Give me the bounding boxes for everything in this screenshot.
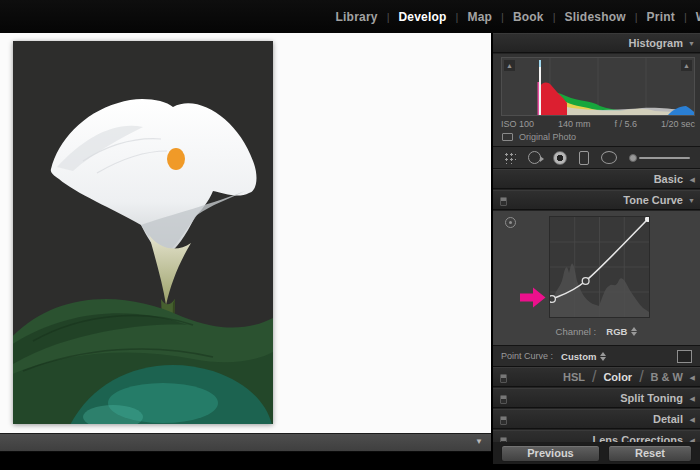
detail-title: Detail [653, 413, 683, 425]
point-curve-dropdown-icon [600, 352, 606, 361]
crop-overlay-icon[interactable] [503, 151, 516, 164]
graduated-filter-icon[interactable] [579, 151, 589, 165]
radial-filter-icon[interactable] [601, 151, 617, 164]
exif-readout: ISO 100 140 mm f / 5.6 1/20 sec [501, 119, 695, 129]
module-map[interactable]: Map [467, 10, 492, 24]
module-book[interactable]: Book [513, 10, 544, 24]
hsl-segments: HSL / Color / B & W [563, 368, 683, 386]
hsl-separator: / [639, 368, 643, 386]
channel-row: Channel : RGB [493, 326, 700, 337]
histogram-plot[interactable]: ▲ ▲ [501, 57, 695, 116]
panel-header-hsl-color-bw[interactable]: HSL / Color / B & W ◀ [493, 367, 700, 387]
point-curve-select[interactable]: Custom [561, 351, 606, 362]
canvas-toolbar: ▼ [0, 433, 491, 452]
basic-title: Basic [654, 173, 683, 185]
panel-header-basic[interactable]: Basic ◀ [493, 169, 700, 189]
tone-curve-panel: Channel : RGB [493, 211, 700, 346]
split-toning-title: Split Toning [620, 392, 683, 404]
menu-separator: | [553, 11, 556, 23]
panel-header-detail[interactable]: Detail ◀ [493, 409, 700, 429]
module-print[interactable]: Print [647, 10, 675, 24]
point-curve-label: Point Curve : [501, 351, 553, 361]
curve-point-shadows[interactable] [550, 296, 555, 303]
toolbar-chevron-down-icon[interactable]: ▼ [475, 437, 483, 446]
point-curve-value: Custom [561, 351, 596, 362]
exif-shutter: 1/20 sec [661, 119, 695, 129]
target-adjustment-icon[interactable] [505, 217, 516, 228]
exif-focal-length: 140 mm [558, 119, 591, 129]
menu-separator: | [501, 11, 504, 23]
hsl-collapse-icon[interactable]: ◀ [690, 374, 695, 382]
module-menu: Library | Develop | Map | Book | Slidesh… [336, 0, 700, 33]
curve-point-highlights[interactable] [645, 217, 649, 222]
annotation-arrow [520, 287, 546, 308]
basic-collapse-icon[interactable]: ◀ [690, 176, 695, 184]
shadow-clipping-indicator[interactable]: ▲ [504, 60, 515, 71]
tone-curve-plot[interactable] [549, 216, 650, 318]
split-toning-collapse-icon[interactable]: ◀ [690, 395, 695, 403]
point-curve-row: Point Curve : Custom [493, 346, 700, 367]
detail-enable-switch[interactable] [500, 416, 507, 425]
tool-strip [493, 146, 700, 169]
channel-value: RGB [606, 326, 627, 337]
lightroom-develop-window: Library | Develop | Map | Book | Slidesh… [0, 0, 700, 470]
split-toning-enable-switch[interactable] [500, 395, 507, 404]
panel-header-histogram[interactable]: Histogram ▼ [493, 33, 700, 53]
tab-bw[interactable]: B & W [651, 371, 683, 383]
channel-select[interactable]: RGB [606, 326, 637, 337]
original-photo-icon [502, 133, 513, 141]
menu-separator: | [387, 11, 390, 23]
hsl-separator: / [592, 368, 596, 386]
photo-image [13, 41, 273, 424]
panel-header-split-toning[interactable]: Split Toning ◀ [493, 388, 700, 408]
tab-hsl[interactable]: HSL [563, 371, 585, 383]
tone-curve-expand-icon[interactable]: ▼ [688, 197, 695, 204]
right-panel: Histogram ▼ ▲ ▲ [491, 33, 700, 470]
previous-button[interactable]: Previous [501, 445, 600, 462]
module-web[interactable]: We [696, 10, 700, 24]
exif-aperture: f / 5.6 [614, 119, 637, 129]
filmstrip-area [0, 452, 491, 470]
bottom-button-strip: Previous Reset [493, 442, 700, 464]
original-photo-label: Original Photo [519, 132, 576, 142]
channel-dropdown-icon [631, 327, 637, 336]
adjustment-brush-icon[interactable] [629, 154, 690, 162]
tone-curve-graph [550, 217, 649, 317]
panel-header-tone-curve[interactable]: Tone Curve ▼ [493, 190, 700, 210]
module-picker-bar: Library | Develop | Map | Book | Slidesh… [0, 0, 700, 33]
bottom-button-bar: Previous Reset [493, 442, 700, 470]
detail-collapse-icon[interactable]: ◀ [690, 416, 695, 424]
histogram-red-channel [539, 83, 567, 115]
red-eye-icon[interactable] [553, 151, 567, 165]
menu-separator: | [635, 11, 638, 23]
main-canvas [0, 33, 491, 433]
menu-separator: | [684, 11, 687, 23]
original-photo-row: Original Photo [502, 132, 576, 142]
highlight-clipping-indicator[interactable]: ▲ [681, 60, 692, 71]
histogram-panel: ▲ ▲ ISO 100 140 mm f / 5.6 1/20 sec Orig… [493, 54, 700, 146]
histogram-spike [538, 82, 540, 115]
histogram-graph [502, 58, 694, 115]
module-slideshow[interactable]: Slideshow [565, 10, 626, 24]
channel-label: Channel : [556, 326, 597, 337]
tone-curve-enable-switch[interactable] [500, 197, 507, 206]
tab-color[interactable]: Color [603, 371, 632, 383]
reset-button[interactable]: Reset [608, 445, 692, 462]
spot-removal-icon[interactable] [528, 151, 541, 164]
curve-point-midtones[interactable] [582, 278, 589, 285]
tone-curve-title: Tone Curve [623, 194, 683, 206]
module-develop[interactable]: Develop [399, 10, 447, 24]
edit-point-curve-icon[interactable] [677, 350, 692, 363]
exif-iso: ISO 100 [501, 119, 534, 129]
module-library[interactable]: Library [336, 10, 378, 24]
histogram-expand-icon[interactable]: ▼ [688, 40, 695, 47]
hsl-enable-switch[interactable] [500, 374, 507, 383]
photo-calla-lily[interactable] [13, 41, 273, 424]
histogram-title: Histogram [629, 37, 683, 49]
menu-separator: | [456, 11, 459, 23]
